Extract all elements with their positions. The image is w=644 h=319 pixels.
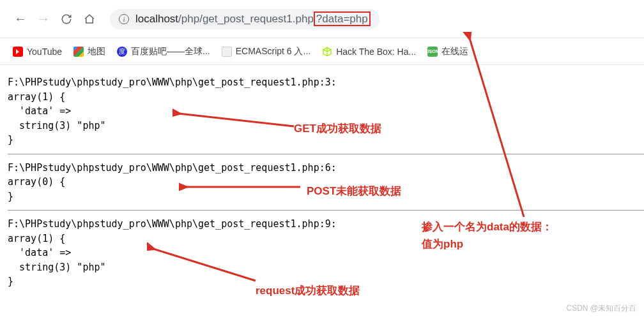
address-bar[interactable]: i localhost/php/get_post_request1.php?da… — [110, 9, 379, 29]
json-icon: JSON — [427, 47, 438, 57]
bookmark-label: Hack The Box: Ha... — [336, 47, 416, 57]
url-text: localhost/php/get_post_request1.php?data… — [135, 13, 371, 26]
watermark: CSDN @未知百分百 — [566, 303, 636, 314]
annotation-data: 掺入一个名为data的数据： 值为php — [422, 218, 588, 253]
forward-button[interactable]: → — [36, 11, 51, 26]
page-content: F:\PHPstudy\phpstudy_pro\WWW\php\get_pos… — [0, 65, 644, 292]
maps-icon — [73, 47, 84, 57]
reload-button[interactable] — [59, 13, 74, 25]
output-get: F:\PHPstudy\phpstudy_pro\WWW\php\get_pos… — [8, 73, 644, 150]
site-info-icon[interactable]: i — [119, 14, 129, 24]
divider — [8, 210, 644, 211]
bookmark-label: 地图 — [88, 46, 105, 57]
youtube-icon — [13, 47, 23, 57]
bookmark-hackthebox[interactable]: Hack The Box: Ha... — [322, 47, 416, 57]
bookmark-label: ECMAScript 6 入... — [236, 46, 310, 57]
bookmark-maps[interactable]: 地图 — [73, 46, 105, 57]
annotation-request: request成功获取数据 — [256, 283, 360, 298]
bookmark-json[interactable]: JSON 在线运 — [427, 46, 468, 57]
bookmarks-bar: YouTube 地图 度 百度贴吧——全球... ECMAScript 6 入.… — [0, 38, 644, 65]
ecma-icon — [222, 47, 232, 57]
cube-icon — [322, 47, 332, 57]
bookmark-label: 百度贴吧——全球... — [131, 46, 210, 57]
bookmark-label: YouTube — [27, 47, 62, 57]
bookmark-baidu[interactable]: 度 百度贴吧——全球... — [117, 46, 210, 57]
annotation-post: POST未能获取数据 — [307, 184, 401, 198]
home-button[interactable] — [82, 13, 97, 25]
baidu-icon: 度 — [117, 47, 127, 57]
bookmark-youtube[interactable]: YouTube — [13, 47, 62, 57]
browser-toolbar: ← → i localhost/php/get_post_request1.ph… — [0, 0, 644, 38]
bookmark-ecma[interactable]: ECMAScript 6 入... — [222, 46, 310, 57]
back-button[interactable]: ← — [13, 11, 28, 26]
output-post: F:\PHPstudy\phpstudy_pro\WWW\php\get_pos… — [8, 158, 644, 207]
annotation-get: GET成功获取数据 — [294, 121, 381, 136]
divider — [8, 154, 644, 154]
bookmark-label: 在线运 — [441, 46, 468, 57]
